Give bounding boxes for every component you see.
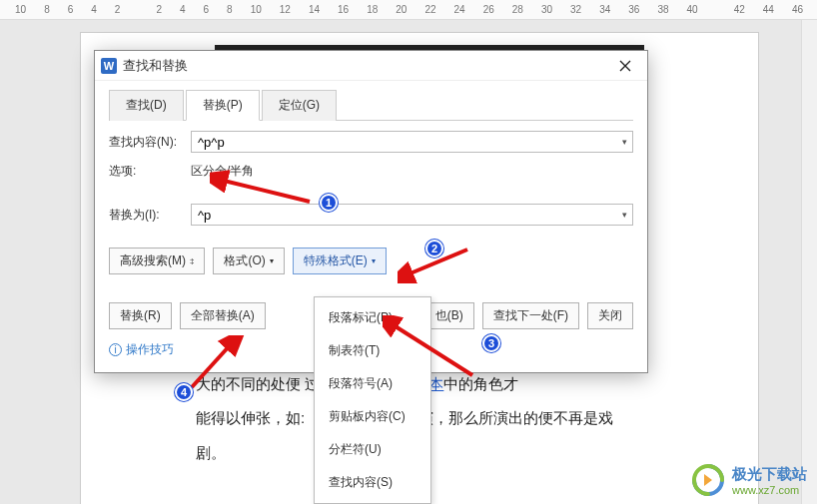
menu-clipboard-content[interactable]: 剪贴板内容(C) <box>315 400 430 433</box>
find-content-label: 查找内容(N): <box>109 134 191 151</box>
site-url: www.xz7.com <box>732 484 807 496</box>
site-logo-icon <box>690 462 726 498</box>
find-content-combo[interactable]: ▾ <box>191 131 633 153</box>
chevron-down-icon: ‡ <box>190 256 194 265</box>
info-icon: i <box>109 343 122 356</box>
find-next-button[interactable]: 查找下一处(F) <box>482 302 579 329</box>
special-format-button[interactable]: 特殊格式(E) ▾ <box>293 248 387 274</box>
dialog-title: 查找和替换 <box>123 57 609 75</box>
horizontal-ruler: 108642 2468101214 16182022242628 3032343… <box>0 0 817 20</box>
replace-with-combo[interactable]: ▾ <box>191 204 633 226</box>
tab-find[interactable]: 查找(D) <box>109 90 184 121</box>
app-icon: W <box>101 58 117 74</box>
options-value: 区分全/半角 <box>191 163 254 180</box>
special-format-menu: 段落标记(P) 制表符(T) 段落符号(A) 剪贴板内容(C) 分栏符(U) 查… <box>314 296 431 504</box>
advanced-search-button[interactable]: 高级搜索(M) ‡ <box>109 248 205 274</box>
operation-tips-link[interactable]: i 操作技巧 <box>109 341 174 358</box>
find-content-input[interactable] <box>192 132 616 152</box>
replace-with-label: 替换为(I): <box>109 207 191 224</box>
site-watermark: 极光下载站 www.xz7.com <box>690 462 807 498</box>
menu-tab-char[interactable]: 制表符(T) <box>315 334 430 367</box>
dialog-tabs: 查找(D) 替换(P) 定位(G) <box>109 89 633 121</box>
replace-all-button[interactable]: 全部替换(A) <box>180 302 266 329</box>
menu-column-break[interactable]: 分栏符(U) <box>315 433 430 466</box>
chevron-down-icon[interactable]: ▾ <box>616 137 632 147</box>
site-name: 极光下载站 <box>732 465 807 484</box>
tab-replace[interactable]: 替换(P) <box>186 90 260 121</box>
chevron-down-icon[interactable]: ▾ <box>616 210 632 220</box>
format-button[interactable]: 格式(O) ▾ <box>213 248 284 274</box>
chevron-down-icon: ▾ <box>270 256 274 265</box>
menu-find-content[interactable]: 查找内容(S) <box>315 466 430 499</box>
dialog-titlebar[interactable]: W 查找和替换 <box>95 51 647 81</box>
menu-paragraph-symbol[interactable]: 段落符号(A) <box>315 367 430 400</box>
options-label: 选项: <box>109 163 191 180</box>
close-icon <box>619 60 631 72</box>
replace-with-input[interactable] <box>192 205 616 225</box>
chevron-down-icon: ▾ <box>372 256 376 265</box>
close-button[interactable] <box>609 54 641 78</box>
menu-paragraph-mark[interactable]: 段落标记(P) <box>315 301 430 334</box>
tab-goto[interactable]: 定位(G) <box>262 90 337 121</box>
highlight-all-button[interactable]: 也(B) <box>424 302 474 329</box>
close-dialog-button[interactable]: 关闭 <box>587 302 633 329</box>
vertical-scrollbar[interactable] <box>801 20 817 504</box>
replace-button[interactable]: 替换(R) <box>109 302 172 329</box>
